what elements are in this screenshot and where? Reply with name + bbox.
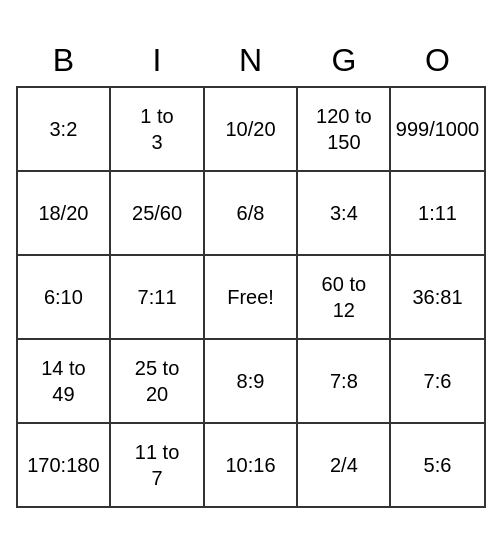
cell-r4-c3: 2/4 [297, 423, 390, 507]
cell-r0-c1: 1 to3 [110, 87, 203, 171]
cell-r1-c2: 6/8 [204, 171, 297, 255]
bingo-card: BINGO 3:21 to310/20120 to150999/100018/2… [16, 37, 486, 508]
cell-r2-c2: Free! [204, 255, 297, 339]
header-col-i: I [110, 37, 203, 87]
table-row: 6:107:11Free!60 to1236:81 [17, 255, 485, 339]
cell-r1-c4: 1:11 [390, 171, 484, 255]
header-col-b: B [17, 37, 111, 87]
header-col-g: G [297, 37, 390, 87]
cell-r0-c4: 999/1000 [390, 87, 484, 171]
cell-r4-c0: 170:180 [17, 423, 111, 507]
cell-r1-c3: 3:4 [297, 171, 390, 255]
cell-r1-c1: 25/60 [110, 171, 203, 255]
header-row: BINGO [17, 37, 485, 87]
cell-r4-c2: 10:16 [204, 423, 297, 507]
cell-r3-c0: 14 to49 [17, 339, 111, 423]
cell-r3-c3: 7:8 [297, 339, 390, 423]
cell-r3-c1: 25 to20 [110, 339, 203, 423]
table-row: 14 to4925 to208:97:87:6 [17, 339, 485, 423]
cell-r2-c1: 7:11 [110, 255, 203, 339]
cell-r3-c2: 8:9 [204, 339, 297, 423]
cell-r3-c4: 7:6 [390, 339, 484, 423]
header-col-o: O [390, 37, 484, 87]
cell-r2-c0: 6:10 [17, 255, 111, 339]
cell-r2-c4: 36:81 [390, 255, 484, 339]
cell-r0-c3: 120 to150 [297, 87, 390, 171]
table-row: 170:18011 to710:162/45:6 [17, 423, 485, 507]
cell-r0-c0: 3:2 [17, 87, 111, 171]
header-col-n: N [204, 37, 297, 87]
table-row: 18/2025/606/83:41:11 [17, 171, 485, 255]
cell-r1-c0: 18/20 [17, 171, 111, 255]
cell-r4-c1: 11 to7 [110, 423, 203, 507]
table-row: 3:21 to310/20120 to150999/1000 [17, 87, 485, 171]
cell-r0-c2: 10/20 [204, 87, 297, 171]
cell-r2-c3: 60 to12 [297, 255, 390, 339]
cell-r4-c4: 5:6 [390, 423, 484, 507]
